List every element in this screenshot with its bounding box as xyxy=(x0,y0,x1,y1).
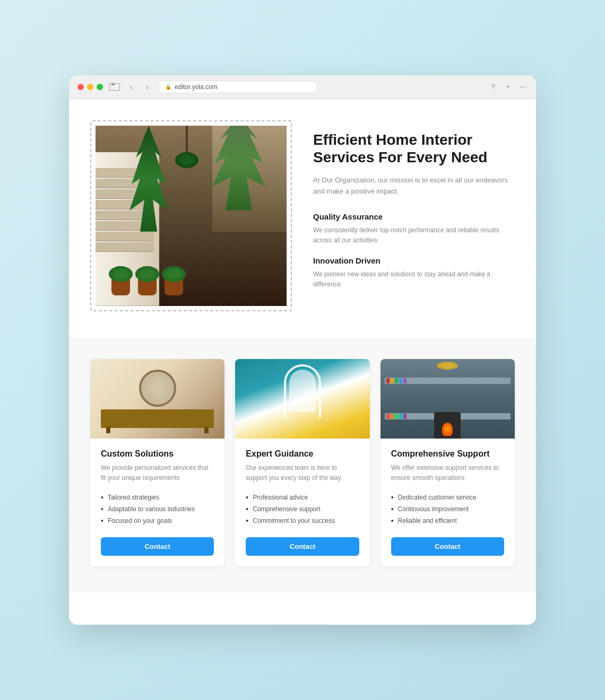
url-text: editor.yola.com xyxy=(175,83,218,91)
card-2-desc: Our experienced team is here to support … xyxy=(246,463,359,483)
card-1-title: Custom Solutions xyxy=(101,449,214,459)
card-1-list: Tailored strategies Adaptable to various… xyxy=(101,492,214,527)
pot-3 xyxy=(165,279,183,295)
sideboard xyxy=(101,409,214,428)
window-light xyxy=(212,126,287,232)
maximize-button[interactable] xyxy=(97,84,103,90)
back-button[interactable]: ‹ xyxy=(126,82,136,92)
card-1-body: Custom Solutions We provide personalized… xyxy=(90,439,224,566)
card-3-body: Comprehensive Support We offer extensive… xyxy=(381,439,515,566)
dashed-border-container xyxy=(90,120,292,311)
hero-image-wrapper xyxy=(90,120,292,311)
feature2-title: Innovation Driven xyxy=(313,256,515,265)
plant-pots xyxy=(111,279,183,295)
card-2-title: Expert Guidance xyxy=(246,449,359,459)
list-item: Professional advice xyxy=(246,492,359,503)
hero-text: Efficient Home Interior Services For Eve… xyxy=(313,120,515,301)
pot-1 xyxy=(111,279,130,295)
page-content: Efficient Home Interior Services For Eve… xyxy=(69,99,536,625)
add-tab-button[interactable]: + xyxy=(503,82,513,92)
list-item: Focused on your goals xyxy=(101,515,214,527)
list-item: Comprehensive support xyxy=(246,503,359,515)
more-button[interactable]: ⋯ xyxy=(518,82,528,92)
hero-section: Efficient Home Interior Services For Eve… xyxy=(90,120,515,311)
feature1-title: Quality Assurance xyxy=(313,212,515,221)
address-bar[interactable]: 🔒 editor.yola.com xyxy=(158,81,317,93)
hero-subtitle: At Our Organization, our mission is to e… xyxy=(313,175,515,197)
browser-actions: ? + ⋯ xyxy=(488,82,528,92)
list-item: Commitment to your success xyxy=(246,515,359,527)
contact-button-2[interactable]: Contact xyxy=(246,537,359,556)
cards-section: Custom Solutions We provide personalized… xyxy=(69,338,536,593)
hero-title: Efficient Home Interior Services For Eve… xyxy=(313,131,515,167)
close-button[interactable] xyxy=(77,84,84,90)
contact-button-3[interactable]: Contact xyxy=(391,537,504,556)
tab-icon xyxy=(109,83,120,91)
minimize-button[interactable] xyxy=(87,84,93,90)
card-1-desc: We provide personalized services that fi… xyxy=(101,463,214,483)
card-3-list: Dedicated customer service Continuous im… xyxy=(391,492,504,527)
shelf-row xyxy=(385,378,511,384)
browser-window: ‹ › 🔒 editor.yola.com ? + ⋯ xyxy=(69,75,536,625)
card-3-desc: We offer extensive support services to e… xyxy=(391,463,504,483)
card-3-title: Comprehensive Support xyxy=(391,449,504,459)
card-2-body: Expert Guidance Our experienced team is … xyxy=(235,439,369,566)
lock-icon: 🔒 xyxy=(165,84,171,90)
list-item: Reliable and efficient xyxy=(391,515,504,527)
pot-2 xyxy=(138,279,157,295)
cards-grid: Custom Solutions We provide personalized… xyxy=(90,359,515,566)
card-3-image xyxy=(381,359,515,439)
card-2-image xyxy=(235,359,369,439)
card-custom-solutions: Custom Solutions We provide personalized… xyxy=(90,359,224,566)
question-button[interactable]: ? xyxy=(488,82,498,92)
fireplace xyxy=(434,412,461,439)
list-item: Tailored strategies xyxy=(101,492,214,503)
arch-inner xyxy=(289,370,316,412)
contact-button-1[interactable]: Contact xyxy=(101,537,214,556)
card-comprehensive-support: Comprehensive Support We offer extensive… xyxy=(381,359,515,566)
mirror xyxy=(139,370,176,407)
list-item: Dedicated customer service xyxy=(391,492,504,503)
hero-image xyxy=(96,126,287,306)
traffic-lights xyxy=(77,84,103,90)
feature1-desc: We consistently deliver top-notch perfor… xyxy=(313,225,515,246)
browser-toolbar: ‹ › 🔒 editor.yola.com ? + ⋯ xyxy=(69,75,536,99)
list-item: Adaptable to various industries xyxy=(101,503,214,515)
feature2-desc: We pioneer new ideas and solutions to st… xyxy=(313,269,515,290)
fireplace-flame xyxy=(442,423,453,436)
list-item: Continuous improvement xyxy=(391,503,504,515)
card-expert-guidance: Expert Guidance Our experienced team is … xyxy=(235,359,369,566)
hanging-plant xyxy=(186,126,188,158)
card-2-list: Professional advice Comprehensive suppor… xyxy=(246,492,359,527)
forward-button[interactable]: › xyxy=(142,82,152,92)
card-1-image xyxy=(90,359,224,439)
